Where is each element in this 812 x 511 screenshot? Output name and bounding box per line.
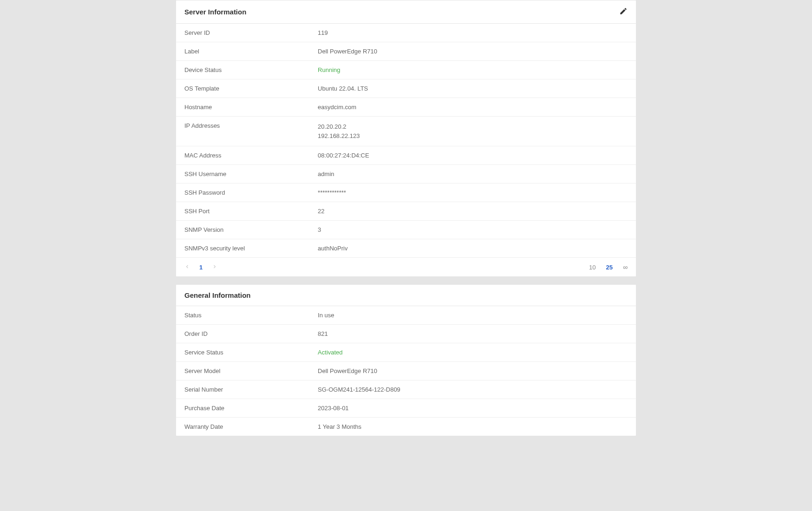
server-information-card: Server Information Server ID119LabelDell…: [176, 0, 636, 277]
row-value: 22: [309, 202, 636, 221]
row-label: Device Status: [176, 61, 309, 79]
table-row: Server ID119: [176, 24, 636, 42]
row-value-text: 821: [318, 330, 328, 337]
table-row: Device StatusRunning: [176, 61, 636, 79]
server-info-table: Server ID119LabelDell PowerEdge R710Devi…: [176, 24, 636, 257]
row-value-text: 119: [318, 29, 328, 36]
chevron-right-icon: [212, 264, 217, 271]
prev-page-button[interactable]: [184, 264, 190, 271]
row-value: 1 Year 3 Months: [309, 418, 636, 436]
table-row: SNMPv3 security levelauthNoPriv: [176, 239, 636, 258]
row-label: Status: [176, 306, 309, 325]
row-value-text: Ubuntu 22.04. LTS: [318, 85, 368, 92]
row-label: MAC Address: [176, 146, 309, 165]
row-value: Ubuntu 22.04. LTS: [309, 79, 636, 98]
row-value: Dell PowerEdge R710: [309, 362, 636, 380]
pagination-left: 1: [184, 264, 217, 271]
page-size-infinity[interactable]: ∞: [623, 263, 628, 271]
row-value: In use: [309, 306, 636, 325]
row-value-text: admin: [318, 170, 334, 177]
row-value-text: SG-OGM241-12564-122-D809: [318, 386, 400, 393]
row-label: SSH Password: [176, 183, 309, 202]
row-label: Hostname: [176, 98, 309, 117]
table-row: SSH Usernameadmin: [176, 165, 636, 183]
row-value-text: ************: [318, 189, 346, 196]
row-value: Activated: [309, 343, 636, 362]
table-row: SSH Port22: [176, 202, 636, 221]
table-row: Warranty Date1 Year 3 Months: [176, 418, 636, 436]
ip-address: 192.168.22.123: [318, 131, 628, 141]
row-label: Purchase Date: [176, 399, 309, 418]
row-value: Running: [309, 61, 636, 79]
row-value: 3: [309, 221, 636, 239]
table-row: SNMP Version3: [176, 221, 636, 239]
table-row: SSH Password************: [176, 183, 636, 202]
row-value: ************: [309, 183, 636, 202]
row-value-text: 3: [318, 226, 321, 233]
pagination-right: 10 25 ∞: [589, 263, 628, 271]
server-info-title: Server Information: [184, 8, 246, 16]
general-info-table: StatusIn useOrder ID821Service StatusAct…: [176, 306, 636, 436]
table-row: Order ID821: [176, 325, 636, 343]
table-row: StatusIn use: [176, 306, 636, 325]
row-value: 08:00:27:24:D4:CE: [309, 146, 636, 165]
row-value-text: easydcim.com: [318, 104, 356, 111]
page-size-10[interactable]: 10: [589, 264, 596, 271]
chevron-left-icon: [184, 264, 190, 271]
row-label: Serial Number: [176, 380, 309, 399]
general-info-header: General Information: [176, 285, 636, 306]
row-label: Label: [176, 42, 309, 61]
row-value: admin: [309, 165, 636, 183]
table-row: Hostnameeasydcim.com: [176, 98, 636, 117]
row-label: Service Status: [176, 343, 309, 362]
row-label: Server Model: [176, 362, 309, 380]
row-label: SNMPv3 security level: [176, 239, 309, 258]
row-value: SG-OGM241-12564-122-D809: [309, 380, 636, 399]
row-label: SNMP Version: [176, 221, 309, 239]
row-value: 821: [309, 325, 636, 343]
row-value: authNoPriv: [309, 239, 636, 258]
row-value: 20.20.20.2192.168.22.123: [309, 117, 636, 146]
row-value-text: 1 Year 3 Months: [318, 423, 361, 430]
row-value-text: Running: [318, 66, 340, 73]
general-info-title: General Information: [184, 291, 251, 299]
row-value-text: 2023-08-01: [318, 405, 349, 412]
table-row: IP Addresses20.20.20.2192.168.22.123: [176, 117, 636, 146]
table-row: Service StatusActivated: [176, 343, 636, 362]
table-row: OS TemplateUbuntu 22.04. LTS: [176, 79, 636, 98]
page-size-25[interactable]: 25: [606, 264, 613, 271]
row-value-text: 22: [318, 208, 324, 215]
table-row: Server ModelDell PowerEdge R710: [176, 362, 636, 380]
page-number-1[interactable]: 1: [199, 264, 203, 271]
row-value-text: In use: [318, 312, 334, 319]
row-value-text: Dell PowerEdge R710: [318, 48, 377, 55]
row-label: Order ID: [176, 325, 309, 343]
row-value: 2023-08-01: [309, 399, 636, 418]
general-information-card: General Information StatusIn useOrder ID…: [176, 284, 636, 436]
edit-button[interactable]: [619, 7, 628, 17]
pencil-icon: [619, 7, 628, 17]
table-row: Purchase Date2023-08-01: [176, 399, 636, 418]
ip-address: 20.20.20.2: [318, 122, 628, 131]
pagination: 1 10 25 ∞: [176, 257, 636, 276]
row-value-text: 08:00:27:24:D4:CE: [318, 152, 369, 159]
row-label: Warranty Date: [176, 418, 309, 436]
row-label: IP Addresses: [176, 117, 309, 146]
row-value-text: Dell PowerEdge R710: [318, 367, 377, 374]
table-row: MAC Address08:00:27:24:D4:CE: [176, 146, 636, 165]
row-label: OS Template: [176, 79, 309, 98]
row-value-text: authNoPriv: [318, 245, 347, 252]
row-label: SSH Port: [176, 202, 309, 221]
server-info-header: Server Information: [176, 0, 636, 24]
row-value: easydcim.com: [309, 98, 636, 117]
row-value: Dell PowerEdge R710: [309, 42, 636, 61]
table-row: LabelDell PowerEdge R710: [176, 42, 636, 61]
row-value-text: Activated: [318, 349, 342, 356]
table-row: Serial NumberSG-OGM241-12564-122-D809: [176, 380, 636, 399]
row-label: Server ID: [176, 24, 309, 42]
next-page-button[interactable]: [212, 264, 217, 271]
row-label: SSH Username: [176, 165, 309, 183]
row-value: 119: [309, 24, 636, 42]
